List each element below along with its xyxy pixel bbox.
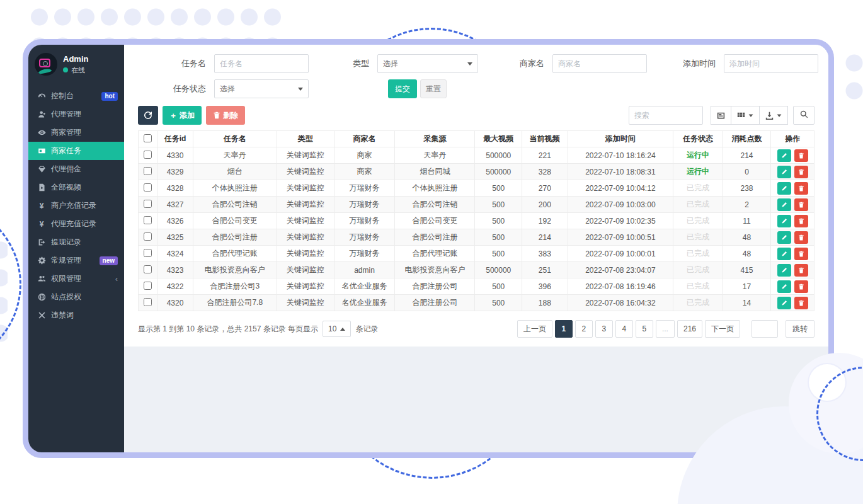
column-header: 添加时间 [568,131,673,147]
app-window: Admin 在线 控制台hot代理管理商家管理商家任务代理佣金全部视频¥商户充值… [23,39,834,458]
row-checkbox[interactable] [144,249,152,257]
cell-type: 关键词监控 [277,246,334,262]
row-delete-button[interactable] [794,231,808,244]
jump-page-input[interactable] [752,320,778,338]
columns-button[interactable] [731,106,760,125]
select-all-checkbox[interactable] [144,134,152,142]
row-delete-button[interactable] [794,248,808,260]
search-input[interactable] [629,106,703,125]
task-table: 任务id任务名类型商家名采集源最大视频当前视频添加时间任务状态消耗点数操作 43… [138,130,814,311]
sidebar-item-10[interactable]: 权限管理‹ [28,270,124,288]
avatar[interactable] [35,53,57,76]
row-checkbox[interactable] [144,282,152,290]
card-view-button[interactable] [711,106,731,125]
table-row: 4320合肥注册公司7.8关键词监控名优企业服务合肥注册公司5001882022… [139,295,814,311]
cell-source: 合肥公司变更 [395,213,475,229]
merchant-input[interactable] [552,54,647,73]
cell-source: 合肥注册公司 [395,278,475,295]
sidebar-item-2[interactable]: 商家管理 [28,123,124,142]
edit-button[interactable] [777,280,791,293]
sidebar-user: Admin 在线 [28,45,124,83]
edit-button[interactable] [777,231,791,244]
page-button-1[interactable]: 1 [555,320,573,338]
page-button-216[interactable]: 216 [677,320,702,338]
sidebar-item-1[interactable]: 代理管理 [28,105,124,123]
submit-button[interactable]: 提交 [388,79,417,98]
prev-page-button[interactable]: 上一页 [517,320,552,338]
cell-actions [771,278,814,295]
cell-max: 500000 [475,164,522,180]
row-delete-button[interactable] [794,297,808,309]
row-checkbox[interactable] [144,232,152,241]
column-header: 操作 [771,131,814,147]
jump-button[interactable]: 跳转 [786,320,814,338]
add-time-input[interactable] [724,54,818,73]
add-time-label: 添加时间 [678,58,716,69]
row-delete-button[interactable] [794,264,808,277]
row-checkbox[interactable] [144,216,152,224]
chevron-down-icon [749,114,753,117]
add-button[interactable]: ＋添加 [163,106,202,125]
row-checkbox[interactable] [144,167,152,175]
cell-max: 500 [475,229,522,246]
type-select[interactable]: 选择 [377,54,478,73]
reset-button[interactable]: 重置 [420,79,447,98]
delete-button[interactable]: 删除 [206,106,245,125]
status-badge: 已完成 [673,262,723,278]
row-checkbox[interactable] [144,151,152,159]
refresh-button[interactable] [138,106,158,125]
edit-button[interactable] [777,297,791,309]
user-status: 在线 [63,66,88,75]
edit-button[interactable] [777,166,791,178]
edit-button[interactable] [777,264,791,277]
cell-points: 2 [723,197,771,213]
row-checkbox[interactable] [144,298,152,306]
edit-button[interactable] [777,182,791,195]
page-button-5[interactable]: 5 [636,320,653,338]
pagination-footer: 显示第 1 到第 10 条记录，总共 2157 条记录 每页显示 10 条记录 … [138,320,814,338]
cell-current: 270 [522,180,568,197]
next-page-button[interactable]: 下一页 [705,320,740,338]
table-row: 4324合肥代理记账关键词监控万瑞财务合肥代理记账5003832022-07-0… [139,246,814,262]
cell-name: 烟台 [193,164,277,180]
search-button[interactable] [793,106,814,125]
hot-badge: hot [101,92,118,101]
row-delete-button[interactable] [794,166,808,178]
sidebar-item-7[interactable]: ¥代理充值记录 [28,215,124,233]
export-button[interactable] [760,106,788,125]
column-header: 商家名 [334,131,395,147]
row-delete-button[interactable] [794,280,808,293]
row-delete-button[interactable] [794,149,808,162]
sidebar-item-5[interactable]: 全部视频 [28,178,124,197]
sidebar-item-12[interactable]: 违禁词 [28,306,124,324]
sidebar-item-8[interactable]: 提现记录 [28,233,124,251]
edit-button[interactable] [777,248,791,260]
sidebar-item-3[interactable]: 商家任务 [28,142,124,160]
sidebar-item-4[interactable]: 代理佣金 [28,160,124,178]
edit-button[interactable] [777,149,791,162]
task-name-input[interactable] [214,54,309,73]
edit-button[interactable] [777,215,791,227]
sidebar-item-11[interactable]: 站点授权 [28,288,124,306]
cell-merchant: 商家 [334,147,395,164]
edit-button[interactable] [777,198,791,211]
row-delete-button[interactable] [794,198,808,211]
task-status-select[interactable]: 选择 [214,79,309,98]
cell-max: 500 [475,197,522,213]
sidebar-item-6[interactable]: ¥商户充值记录 [28,197,124,215]
row-delete-button[interactable] [794,215,808,227]
sidebar-item-0[interactable]: 控制台hot [28,87,124,105]
page-button-2[interactable]: 2 [575,320,593,338]
row-checkbox[interactable] [144,265,152,273]
sidebar-item-label: 违禁词 [51,310,118,321]
row-checkbox[interactable] [144,200,152,208]
cell-time: 2022-07-09 10:04:12 [568,180,673,197]
page-button-4[interactable]: 4 [615,320,633,338]
page-button-3[interactable]: 3 [595,320,613,338]
chevron-down-icon [777,114,782,117]
page-size-dropdown[interactable]: 10 [323,321,351,337]
cell-current: 383 [522,246,568,262]
sidebar-item-9[interactable]: 常规管理new [28,251,124,270]
row-checkbox[interactable] [144,183,152,192]
row-delete-button[interactable] [794,182,808,195]
